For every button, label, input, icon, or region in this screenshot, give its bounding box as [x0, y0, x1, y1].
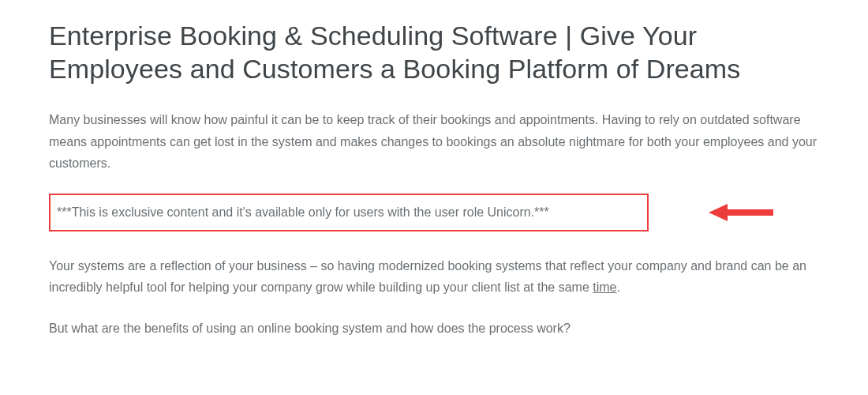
article-page: Enterprise Booking & Scheduling Software… — [0, 0, 868, 339]
paragraph2-prefix: Your systems are a reflection of your bu… — [49, 259, 806, 295]
callout-annotation: ***This is exclusive content and it's av… — [49, 194, 821, 231]
svg-rect-0 — [724, 209, 773, 216]
body-paragraph-2: Your systems are a reflection of your bu… — [49, 255, 821, 299]
intro-paragraph: Many businesses will know how painful it… — [49, 109, 821, 175]
paragraph2-suffix: . — [617, 280, 620, 294]
page-title: Enterprise Booking & Scheduling Software… — [49, 19, 821, 85]
body-paragraph-3: But what are the benefits of using an on… — [49, 318, 821, 340]
underlined-word: time — [593, 280, 616, 294]
exclusive-content-notice: ***This is exclusive content and it's av… — [57, 203, 638, 222]
arrow-left-icon — [709, 204, 775, 221]
svg-marker-1 — [709, 204, 728, 221]
highlight-box: ***This is exclusive content and it's av… — [49, 194, 649, 231]
